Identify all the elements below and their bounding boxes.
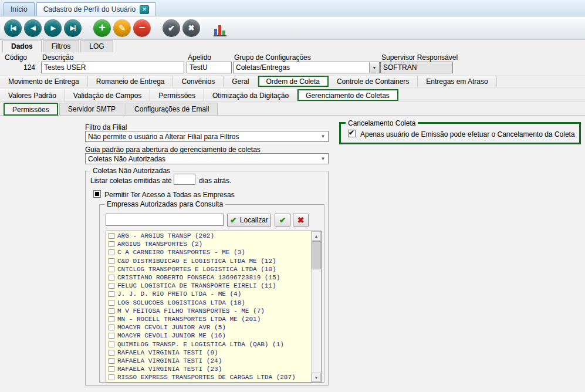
empresa-checkbox[interactable] bbox=[109, 325, 114, 330]
scroll-up-icon[interactable]: ▲ bbox=[312, 231, 321, 241]
empresa-checkbox[interactable] bbox=[109, 291, 114, 297]
empresa-row[interactable]: MOACYR CEVOLI JUNIOR AVR (5) bbox=[107, 323, 311, 332]
descricao-label: Descrição bbox=[42, 53, 73, 62]
nav-prev-button[interactable]: ◀ bbox=[24, 19, 42, 37]
empresa-checkbox[interactable] bbox=[109, 258, 114, 264]
section-tab[interactable]: Romaneio de Entrega bbox=[88, 76, 174, 87]
empresa-row[interactable]: J. J. D. RIO PRETO LTDA - ME (4) bbox=[107, 290, 311, 298]
localizar-button[interactable]: ✔ Localizar bbox=[227, 214, 271, 227]
empresa-checkbox[interactable] bbox=[109, 366, 114, 372]
subsection-tab[interactable]: Validação de Campos bbox=[65, 89, 151, 101]
empresa-checkbox[interactable] bbox=[109, 308, 114, 314]
window-tab-inicio[interactable]: Início bbox=[4, 2, 35, 16]
guia-padrao-combobox[interactable]: Coletas Não Autorizadas ▼ bbox=[85, 153, 329, 164]
record-form: Código 124 Descrição Apelido Grupo de Co… bbox=[0, 52, 585, 75]
nav-first-button[interactable]: |◀ bbox=[4, 19, 22, 37]
empresa-name: LOG SOLUCOES LOGISTICAS LTDA (18) bbox=[117, 299, 245, 306]
empresa-row[interactable]: LOG SOLUCOES LOGISTICAS LTDA (18) bbox=[107, 299, 311, 307]
edit-button[interactable]: ✎ bbox=[113, 19, 131, 37]
main-tab[interactable]: Dados bbox=[2, 40, 42, 52]
section-tab[interactable]: Movimento de Entrega bbox=[0, 76, 88, 87]
grupo-configuracoes-combobox[interactable]: Coletas/Entregas ▼ bbox=[233, 62, 380, 73]
descricao-input[interactable] bbox=[41, 62, 184, 73]
guia-padrao-value: Coletas Não Autorizadas bbox=[86, 155, 318, 163]
section-tab-bar: Movimento de Entrega Romaneio de Entrega… bbox=[0, 75, 585, 87]
empresa-checkbox[interactable] bbox=[109, 350, 114, 356]
supervisor-input[interactable] bbox=[380, 62, 453, 73]
empresa-row[interactable]: C&D DISTRIBUICAO E LOGISTICA LTDA ME (12… bbox=[107, 257, 311, 265]
empresa-row[interactable]: MOACYR CEVOLI JUNIOR ME (16) bbox=[107, 332, 311, 340]
empresa-row[interactable]: ARGIUS TRANSPORTES (2) bbox=[107, 240, 311, 248]
empresa-row[interactable]: ARG - ARGIUS TRANSP (202) bbox=[107, 232, 311, 240]
dias-atras-input[interactable] bbox=[174, 174, 195, 185]
empresa-checkbox[interactable] bbox=[109, 249, 114, 255]
empresa-row[interactable]: CRISTIANO ROBERTO FONSECA 13696723819 (1… bbox=[107, 273, 311, 282]
empresa-search-input[interactable] bbox=[106, 214, 224, 226]
main-tab[interactable]: LOG bbox=[80, 40, 113, 52]
empresa-row[interactable]: CNTCLOG TRANSPORTES E LOGISTICA LTDA (10… bbox=[107, 265, 311, 273]
subsection-tab[interactable]: Valores Padrão bbox=[0, 89, 65, 101]
empresa-row[interactable]: RAFAELA VIRGINIA TESTI (23) bbox=[107, 365, 311, 373]
empresa-checkbox[interactable] bbox=[109, 233, 114, 239]
subsection-tab[interactable]: Permissões bbox=[150, 89, 204, 101]
empresa-row[interactable]: MN - ROCELL TRANSPORTES LTDA ME (201) bbox=[107, 315, 311, 323]
window-tab-cadastro-perfil[interactable]: Cadastro de Perfil do Usuário ✕ bbox=[36, 2, 156, 16]
toolbar-button-icon: |◀ bbox=[11, 25, 16, 31]
empresa-row[interactable]: FELUC LOGISTICA DE TRANSPORTE EIRELI (11… bbox=[107, 282, 311, 290]
confirm-button[interactable]: ✔ bbox=[163, 19, 180, 37]
subsection-tab[interactable]: Gerenciamento de Coletas bbox=[297, 89, 398, 101]
empresa-row[interactable]: M V FEITOSA FILHO TRANSPORTES - ME (7) bbox=[107, 307, 311, 315]
empresa-checkbox[interactable] bbox=[109, 342, 114, 347]
combo-arrow-icon[interactable]: ▼ bbox=[318, 131, 328, 141]
close-tab-icon[interactable]: ✕ bbox=[140, 5, 149, 14]
select-all-button[interactable]: ✔ bbox=[275, 214, 290, 227]
empresa-row[interactable]: RISSO EXPRESS TRANSPORTES DE CARGAS LTDA… bbox=[107, 373, 311, 381]
empresa-checkbox[interactable] bbox=[109, 275, 114, 281]
empresa-row[interactable]: QUIMILOG TRANSP. E LOGISTICA LTDA (QAB) … bbox=[107, 340, 311, 348]
scrollbar-thumb[interactable] bbox=[312, 241, 321, 269]
section-tab[interactable]: Ordem de Coleta bbox=[258, 76, 329, 87]
section-tab[interactable]: Convênios bbox=[173, 76, 224, 87]
empresa-checkbox[interactable] bbox=[109, 266, 114, 272]
empresa-checkbox[interactable] bbox=[109, 333, 114, 339]
add-button[interactable]: + bbox=[93, 19, 111, 37]
empresa-row[interactable]: RAFAELA VIRGINIA TESTI (9) bbox=[107, 349, 311, 357]
empresa-checkbox[interactable] bbox=[109, 241, 114, 247]
empresa-checkbox[interactable] bbox=[109, 300, 114, 306]
chart-button[interactable] bbox=[212, 20, 228, 36]
inner-tab-label: Configurações de Email bbox=[134, 105, 209, 113]
section-tab[interactable]: Entregas em Atraso bbox=[418, 76, 496, 87]
nav-last-button[interactable]: ▶| bbox=[64, 19, 82, 37]
subsection-tab[interactable]: Otimização da Digitação bbox=[204, 89, 297, 101]
main-tab[interactable]: Filtros bbox=[43, 40, 80, 52]
inner-tab-label: Permissões bbox=[12, 106, 49, 114]
inner-tab[interactable]: Servidor SMTP bbox=[59, 103, 124, 115]
cancelamento-checkbox[interactable]: ✔ bbox=[348, 130, 356, 137]
section-tab[interactable]: Geral bbox=[224, 76, 258, 87]
toolbar-button-icon: ▶ bbox=[51, 25, 55, 31]
clear-selection-button[interactable]: ✖ bbox=[293, 214, 309, 227]
combo-arrow-icon[interactable]: ▼ bbox=[318, 154, 328, 164]
section-tab[interactable]: Controle de Containers bbox=[329, 76, 418, 87]
empresa-checkbox[interactable] bbox=[109, 358, 114, 364]
window-tab-label: Cadastro de Perfil do Usuário bbox=[43, 5, 136, 13]
permitir-acesso-checkbox[interactable] bbox=[93, 190, 101, 198]
nav-next-button[interactable]: ▶ bbox=[44, 19, 62, 37]
empresas-list[interactable]: ARG - ARGIUS TRANSP (202) ARGIUS TRANSPO… bbox=[107, 232, 311, 381]
empresa-checkbox[interactable] bbox=[109, 316, 114, 322]
empresa-row[interactable]: C A CARNEIRO TRANSPORTES - ME (3) bbox=[107, 248, 311, 256]
empresa-checkbox[interactable] bbox=[109, 374, 114, 380]
apelido-input[interactable] bbox=[187, 62, 232, 73]
empresa-name: RISSO EXPRESS TRANSPORTES DE CARGAS LTDA… bbox=[117, 374, 296, 381]
inner-tab[interactable]: Permissões bbox=[4, 103, 58, 116]
vertical-scrollbar[interactable]: ▲ ▼ bbox=[311, 231, 321, 382]
empresa-checkbox[interactable] bbox=[109, 283, 114, 289]
cancel-button[interactable]: ✖ bbox=[182, 19, 200, 37]
empresa-name: CNTCLOG TRANSPORTES E LOGISTICA LTDA (10… bbox=[117, 266, 276, 273]
combo-arrow-icon[interactable]: ▼ bbox=[369, 62, 379, 73]
scroll-down-icon[interactable]: ▼ bbox=[312, 373, 321, 382]
inner-tab[interactable]: Configurações de Email bbox=[126, 103, 218, 115]
empresa-row[interactable]: RAFAELA VIRGINIA TESTI (24) bbox=[107, 357, 311, 365]
filtro-filial-combobox[interactable]: Não permite o usuário a Alterar Filial p… bbox=[85, 131, 329, 142]
delete-button[interactable]: − bbox=[133, 19, 151, 37]
